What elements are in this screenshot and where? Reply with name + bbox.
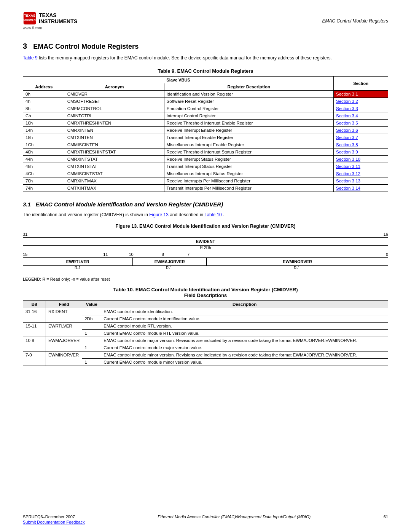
section-link-cell[interactable]: Section 3.5 — [333, 120, 388, 127]
doc-number: SPRUEQ6–December 2007 — [23, 514, 85, 519]
register-description-header: Register Description — [164, 83, 333, 91]
logo-url: www.ti.com — [23, 26, 77, 30]
section-link-cell[interactable]: Section 3.7 — [333, 134, 388, 141]
description-cell: Transmit Interrupt Enable Register — [164, 134, 333, 141]
figure13-link[interactable]: Figure 13 — [149, 212, 169, 217]
section-link-cell[interactable]: Section 3.9 — [333, 149, 388, 156]
svg-text:INSTRUMENTS: INSTRUMENTS — [23, 19, 37, 21]
table-row: 74h CMTXINTMAX Transmit Interrupts Per M… — [23, 185, 388, 192]
ti-logo-icon: TEXAS INSTRUMENTS — [23, 11, 37, 25]
address-cell: 44h — [23, 156, 65, 163]
section31-and: and described in — [170, 212, 204, 217]
ewminorver-reset: R-1 — [206, 266, 388, 270]
table10-body: 31-16RXIDENTEMAC control module identifi… — [23, 308, 388, 366]
address-cell: 1Ch — [23, 141, 65, 149]
acronym-header: Acronym — [65, 83, 164, 91]
slave-vbus-header: Slave VBUS — [23, 77, 334, 84]
ewmajorver-reset: R-1 — [132, 266, 206, 270]
acronym-cell: CMRXINTEN — [65, 127, 164, 134]
value-cell: 2Dh — [82, 315, 101, 323]
address-cell: Ch — [23, 112, 65, 120]
svg-text:TEXAS: TEXAS — [24, 14, 35, 18]
table10: Bit Field Value Description 31-16RXIDENT… — [23, 300, 388, 366]
table10-link[interactable]: Table 10 — [204, 212, 221, 217]
description-cell: Receive Interrupts Per Millisecond Regis… — [164, 177, 333, 185]
section31-number: 3.1 — [23, 201, 31, 208]
bit-cell: 10-8 — [23, 337, 46, 351]
bit7-label: 7 — [187, 252, 190, 257]
section3-intro-text: lists the memory-mapped registers for th… — [39, 55, 332, 61]
description-cell: Receive Threshold Interrupt Status Regis… — [164, 149, 333, 156]
table-row: 15-11EWRTLVEREMAC control module RTL ver… — [23, 323, 388, 330]
ewrtlver-cell: EWRTLVER — [23, 257, 133, 266]
section3-intro: Table 9 lists the memory-mapped register… — [23, 54, 388, 61]
description-cell: Software Reset Register — [164, 98, 333, 105]
address-header: Address — [23, 83, 65, 91]
table-row: 7-0EWMINORVEREMAC control module minor v… — [23, 351, 388, 359]
desc-cell: Current EMAC control module minor versio… — [101, 359, 388, 366]
bit-cell: 7-0 — [23, 351, 46, 366]
section-link-cell[interactable]: Section 3.14 — [333, 185, 388, 192]
desc-cell: Current EMAC control module identificati… — [101, 315, 388, 323]
register-diagram: 31 16 EWIDENT R-2Dh 15 11 10 8 7 0 X EWR… — [23, 232, 388, 270]
section3-number: 3 — [23, 42, 27, 51]
field-header: Field — [46, 301, 82, 308]
address-cell: 0h — [23, 91, 65, 98]
table-row: 18h CMTXINTEN Transmit Interrupt Enable … — [23, 134, 388, 141]
bit10-label: 10 — [129, 252, 133, 257]
desc-cell: EMAC control module RTL version. — [101, 323, 388, 330]
ewmajorver-cell: EWMAJORVER — [133, 257, 207, 266]
section-link-cell[interactable]: Section 3.2 — [333, 98, 388, 105]
acronym-cell: CMRXTHRESHINTSTAT — [65, 149, 164, 156]
section-link-cell[interactable]: Section 3.3 — [333, 105, 388, 112]
section31-intro: The identification and version register … — [23, 211, 388, 218]
table-row: Ch CMINTCTRL Interrupt Control Register … — [23, 112, 388, 120]
section-link-cell[interactable]: Section 3.13 — [333, 177, 388, 185]
section3-heading: 3 EMAC Control Module Registers — [23, 42, 388, 51]
acronym-cell: CMRXINTMAX — [65, 177, 164, 185]
section-link-cell[interactable]: Section 3.12 — [333, 170, 388, 177]
description-cell: Receive Interrupt Enable Register — [164, 127, 333, 134]
field-cell: EWRTLVER — [46, 323, 82, 337]
acronym-cell: CMTXINTMAX — [65, 185, 164, 192]
acronym-cell: CMRXTHRESHINTEN — [65, 120, 164, 127]
acronym-cell: CMIDVER — [65, 91, 164, 98]
page-header: TEXAS INSTRUMENTS TexasInstruments www.t… — [23, 11, 388, 34]
logo-text: TexasInstruments — [39, 12, 77, 24]
description-cell: Miscellaneous Interrupt Enable Register — [164, 141, 333, 149]
table-row: 1Ch CMMISCINTEN Miscellaneous Interrupt … — [23, 141, 388, 149]
section31-end: . — [223, 212, 224, 217]
table10-header-row: Bit Field Value Description — [23, 301, 388, 308]
reg-bottom-row: EWRTLVER EWMAJORVER EWMINORVER — [23, 257, 388, 266]
page: TEXAS INSTRUMENTS TexasInstruments www.t… — [0, 0, 411, 532]
value-cell — [82, 351, 101, 359]
table9-col-header-row: Address Acronym Register Description — [23, 83, 388, 91]
table9-body: 0h CMIDVER Identification and Version Re… — [23, 91, 388, 192]
acronym-cell: CMMISCINTSTAT — [65, 170, 164, 177]
description-cell: Transmit Interrupt Status Register — [164, 163, 333, 170]
ewrtlver-reset: R-1 — [23, 266, 132, 270]
section-link-cell[interactable]: Section 3.11 — [333, 163, 388, 170]
section-link-cell[interactable]: Section 3.6 — [333, 127, 388, 134]
table-row: 10-8EWMAJORVEREMAC control module major … — [23, 337, 388, 344]
bit11-label: 11 — [103, 252, 108, 257]
value-cell: 1 — [82, 344, 101, 351]
ewident-cell: EWIDENT — [23, 237, 388, 246]
section-header: Section — [333, 77, 388, 91]
acronym-cell: CMSOFTRESET — [65, 98, 164, 105]
table-row: 4Ch CMMISCINTSTAT Miscellaneous Interrup… — [23, 170, 388, 177]
bit0-label: 0 — [386, 252, 388, 257]
section-link-cell[interactable]: Section 3.4 — [333, 112, 388, 120]
section-link-cell[interactable]: Section 3.10 — [333, 156, 388, 163]
section31-heading: 3.1 EMAC Control Module Identification a… — [23, 201, 388, 208]
header-title: EMAC Control Module Registers — [322, 18, 388, 24]
page-footer: SPRUEQ6–December 2007 Submit Documentati… — [23, 512, 388, 524]
section3-title: EMAC Control Module Registers — [33, 43, 139, 51]
section-link-cell[interactable]: Section 3.8 — [333, 141, 388, 149]
table9-link[interactable]: Table 9 — [23, 55, 38, 61]
feedback-link[interactable]: Submit Documentation Feedback — [23, 520, 85, 524]
address-cell: 10h — [23, 120, 65, 127]
figure13-title: Figure 13. EMAC Control Module Identific… — [23, 224, 388, 229]
bit-cell: 31-16 — [23, 308, 46, 323]
description-cell: Receive Interrupt Status Register — [164, 156, 333, 163]
